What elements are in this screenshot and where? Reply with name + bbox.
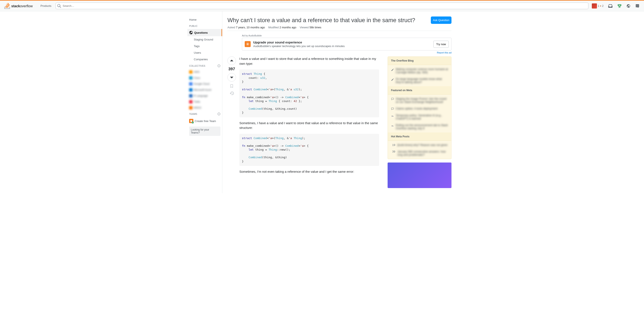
nav-companies[interactable]: Companies <box>188 56 222 62</box>
hot-score: 39 <box>391 150 395 156</box>
main-content: Why can't I store a value and a referenc… <box>222 11 456 193</box>
widget-header: Hot Meta Posts <box>388 132 451 141</box>
code-block: struct Thing { count: u32, } struct Comb… <box>239 70 379 117</box>
upvote-button[interactable] <box>228 56 236 65</box>
ad-banner[interactable]: Upgrade your sound experience AudioBubbl… <box>242 38 452 50</box>
ad-title: Upgrade your sound experience <box>253 40 434 44</box>
search-bar <box>56 2 588 9</box>
products-link[interactable]: Products <box>38 3 54 9</box>
meta-item[interactable]: Rolling out the announcement tab to Stac… <box>388 122 451 132</box>
pencil-icon <box>391 68 394 74</box>
widget-header: The Overflow Blog <box>388 57 451 65</box>
ad-logo-icon <box>245 41 251 47</box>
overflow-blog-widget: The Overflow Blog Making computer scienc… <box>388 56 452 159</box>
nav-teams-heading: TEAMS i <box>188 111 222 117</box>
globe-icon <box>189 31 193 34</box>
user-profile-link[interactable]: 1 2 <box>590 1 605 11</box>
svg-text:i: i <box>219 113 219 115</box>
display-ad[interactable] <box>388 162 452 188</box>
nav-public-heading: PUBLIC <box>188 23 222 29</box>
create-team-label: Create free Team <box>195 120 216 123</box>
nav-home[interactable]: Home <box>188 16 222 23</box>
history-icon[interactable] <box>229 90 235 96</box>
avatar <box>592 4 597 8</box>
code-block: struct Combined<'a>(Thing, &'a Thing); f… <box>239 134 379 166</box>
hot-meta-item[interactable]: 39 January 560 consecutive answers: how … <box>388 148 451 158</box>
vote-column: 397 <box>228 56 236 188</box>
nav-tags[interactable]: Tags <box>188 43 222 50</box>
blog-item[interactable]: Do large language models know what they'… <box>388 76 451 86</box>
hot-meta-item[interactable]: 19 [build-times] why? Reason was not giv… <box>388 142 451 148</box>
svg-text:i: i <box>219 65 219 67</box>
bronze-count: 2 <box>602 4 604 8</box>
nav-questions-label: Questions <box>194 31 208 34</box>
vote-count: 397 <box>228 67 235 71</box>
nav-users[interactable]: Users <box>188 50 222 56</box>
collective-item[interactable]: AWS <box>188 69 222 75</box>
search-icon <box>57 4 61 8</box>
ad-cta-button[interactable]: Try now <box>434 41 449 48</box>
modified-meta[interactable]: Modified 2 months ago <box>268 26 296 29</box>
logo[interactable]: stackoverflow <box>2 3 38 9</box>
site-switcher-icon[interactable] <box>633 1 642 11</box>
post-body: I have a value and I want to store that … <box>239 56 379 188</box>
nav-questions[interactable]: Questions <box>188 29 222 36</box>
ad-desc: AudioBubble's speaker technology lets yo… <box>253 44 434 48</box>
bookmark-icon[interactable] <box>229 83 234 89</box>
collective-item[interactable]: WSO2 <box>188 105 222 111</box>
looking-for-teams[interactable]: Looking for your Teams? <box>189 126 220 136</box>
meta-item[interactable]: Temporary policy: Generative AI (e.g., C… <box>388 112 451 122</box>
paragraph: Sometimes, I have a value and I want to … <box>239 121 379 130</box>
meta-item[interactable]: Claims spikes: A tools deployment <box>388 105 451 112</box>
inbox-icon[interactable] <box>606 1 614 11</box>
report-ad-link[interactable]: Report this ad <box>242 51 452 54</box>
speech-icon <box>391 107 394 110</box>
plus-badge-icon: + <box>192 122 194 124</box>
team-icon: + <box>189 119 193 123</box>
right-sidebar: The Overflow Blog Making computer scienc… <box>388 56 452 188</box>
collective-item[interactable]: Twilio <box>188 99 222 105</box>
collective-item[interactable]: Cisco <box>188 75 222 81</box>
pencil-icon <box>391 78 394 84</box>
reputation: 1 <box>598 4 599 8</box>
speech-icon <box>391 97 394 104</box>
post-layout: 397 I have a value and I want to store t… <box>228 56 452 188</box>
question-title: Why can't I store a value and a referenc… <box>228 16 415 24</box>
ad-text: Upgrade your sound experience AudioBubbl… <box>253 40 434 48</box>
stack-icon <box>391 124 394 130</box>
ad-label: Ad by AudioBubble <box>242 34 452 37</box>
hot-score: 19 <box>391 143 395 146</box>
left-sidebar: Home PUBLIC Questions Staging Ground Tag… <box>188 11 222 193</box>
widget-header: Featured on Meta <box>388 86 451 94</box>
nav-collectives-heading: COLLECTIVES i <box>188 62 222 69</box>
create-team-link[interactable]: + Create free Team <box>188 117 222 125</box>
paragraph: Sometimes, I'm not even taking a referen… <box>239 169 379 174</box>
top-bar: stackoverflow Products 1 2 <box>0 1 644 11</box>
search-input[interactable] <box>56 2 588 9</box>
collective-item[interactable]: Google Cloud <box>188 81 222 87</box>
topbar-right: 1 2 <box>590 1 642 11</box>
viewed-meta: Viewed 56k times <box>300 26 321 29</box>
info-icon[interactable]: i <box>218 112 220 116</box>
collective-item[interactable]: R Language <box>188 93 222 99</box>
nav-staging[interactable]: Staging Ground <box>188 36 222 43</box>
bronze-badge-dot <box>600 5 601 6</box>
help-icon[interactable] <box>624 1 632 11</box>
ask-question-button[interactable]: Ask Question <box>431 16 452 24</box>
stack-icon <box>391 114 394 120</box>
asked-meta[interactable]: Asked 7 years, 10 months ago <box>228 26 265 29</box>
achievements-icon[interactable] <box>616 1 624 11</box>
svg-text:stackoverflow: stackoverflow <box>11 4 33 8</box>
info-icon[interactable]: i <box>218 64 220 67</box>
svg-point-5 <box>247 44 248 45</box>
collective-item[interactable]: Microsoft Azure <box>188 87 222 93</box>
question-meta: Asked 7 years, 10 months ago Modified 2 … <box>228 26 452 31</box>
question-header: Why can't I store a value and a referenc… <box>228 16 452 24</box>
meta-item[interactable]: Staging the Image Promo! Join the crowd … <box>388 96 451 105</box>
paragraph: I have a value and I want to store that … <box>239 56 379 66</box>
downvote-button[interactable] <box>228 73 236 82</box>
blog-item[interactable]: Making computer science more humane at C… <box>388 66 451 76</box>
